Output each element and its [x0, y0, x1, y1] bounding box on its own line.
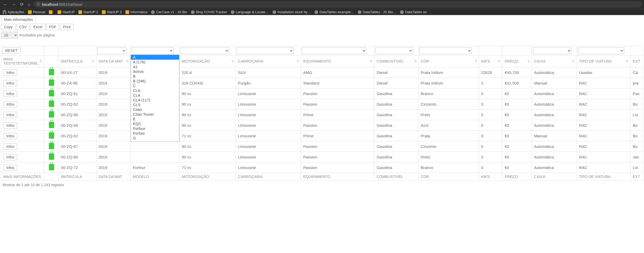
bookmark-item[interactable]: Informática: [125, 10, 147, 14]
col-data[interactable]: DATA DA MAT: [96, 55, 130, 67]
cell: Limousine: [236, 131, 301, 141]
dropdown-option[interactable]: Citan Tourer: [131, 112, 179, 117]
col-matricula[interactable]: MATRICULA: [59, 55, 96, 67]
dropdown-option[interactable]: CLA: [131, 88, 179, 93]
panel-tab[interactable]: Mais informações: [1, 16, 36, 23]
col-mais[interactable]: MAIS TESTETETNFORMAÇÕES: [1, 55, 44, 67]
col-comb[interactable]: COMBUSTIVEL: [374, 55, 419, 67]
dropdown-option[interactable]: GLA: [131, 140, 179, 142]
bookmark-item[interactable]: DataTables - JS Bin…: [358, 10, 396, 14]
infos-button[interactable]: Infos: [3, 69, 17, 76]
bookmark-item[interactable]: [49, 10, 54, 14]
page-length-label: resultados por página: [19, 33, 55, 37]
filter-modelo[interactable]: [132, 47, 174, 54]
dropdown-option[interactable]: EQC: [131, 121, 179, 126]
col-caixa[interactable]: CAIXA: [532, 55, 577, 67]
folder-icon: [58, 10, 61, 14]
nav-forward-icon[interactable]: →: [11, 2, 17, 7]
col-cor[interactable]: COR: [419, 55, 479, 67]
folder-icon: [78, 10, 82, 14]
site-info-icon[interactable]: ⓘ: [37, 2, 40, 7]
copy-button[interactable]: Copy: [1, 24, 16, 30]
bookmark-item[interactable]: Bing COVID Tracker: [191, 10, 227, 14]
infos-button[interactable]: Infos: [3, 112, 17, 118]
bookmark-item[interactable]: Installation stuck by…: [272, 10, 311, 14]
bookmark-item[interactable]: DataTables ex: [400, 10, 427, 14]
lock-icon: [49, 101, 54, 107]
filter-modelo-dropdown[interactable]: AA (176)A1ActrosBB (246)CCLACLACLA (117)…: [131, 55, 179, 142]
csv-button[interactable]: CSV: [16, 24, 30, 30]
col-motor[interactable]: MOTORIZAÇÃO: [180, 55, 236, 67]
bookmark-item[interactable]: Aplicações: [3, 10, 24, 14]
pdf-button[interactable]: PDF: [46, 24, 59, 30]
browser-toolbar: ← → ⟳ ⌂ ⓘ localhost:8081/carbase/: [0, 0, 644, 9]
dropdown-option[interactable]: Fortwo: [131, 131, 179, 136]
infos-button[interactable]: Infos: [3, 133, 17, 139]
bookmark-item[interactable]: DataTables example…: [314, 10, 354, 14]
cell: Cinzento: [419, 141, 479, 152]
dropdown-option[interactable]: Actros: [131, 69, 179, 74]
filter-equipamento[interactable]: [302, 47, 366, 54]
infos-button[interactable]: Infos: [3, 165, 17, 171]
dropdown-option[interactable]: E: [131, 117, 179, 121]
col-carrocaria[interactable]: CARROÇARIA: [236, 55, 301, 67]
filter-tipo[interactable]: [578, 47, 624, 54]
foot-tipo: TIPO DE VIATURA: [577, 173, 631, 181]
infos-button[interactable]: Infos: [3, 154, 17, 160]
col-km[interactable]: KM'S: [479, 55, 502, 67]
data-table: RESET AA (176)A1ActrosBB (246)CCLACLACLA…: [1, 46, 643, 181]
filter-carrocaria[interactable]: [237, 47, 293, 54]
bookmark-label: DataTables - JS Bin…: [363, 10, 396, 14]
cell: Jan: [631, 152, 643, 162]
cell: €0: [502, 88, 532, 99]
dropdown-option[interactable]: CLS: [131, 102, 179, 107]
dropdown-option[interactable]: B (246): [131, 79, 179, 83]
nav-back-icon[interactable]: ←: [2, 2, 8, 7]
col-tipo[interactable]: TIPO DE VIATURA: [577, 55, 631, 67]
dropdown-option[interactable]: C: [131, 83, 179, 88]
filter-motor[interactable]: [181, 47, 229, 54]
nav-home-icon[interactable]: ⌂: [27, 2, 31, 7]
dropdown-option[interactable]: A (176): [131, 60, 179, 64]
dropdown-option[interactable]: Forfour: [131, 126, 179, 131]
page-length-select[interactable]: 10: [1, 32, 18, 39]
infos-button[interactable]: Infos: [3, 143, 17, 150]
dropdown-option[interactable]: Citan: [131, 107, 179, 112]
cell: 90 cv: [180, 99, 236, 110]
bookmark-item[interactable]: Language & Locale…: [231, 10, 269, 14]
print-button[interactable]: Print: [60, 24, 73, 30]
dropdown-option[interactable]: B: [131, 74, 179, 79]
filter-caixa[interactable]: [533, 47, 571, 54]
cell: €0: [502, 152, 532, 162]
col-equip[interactable]: EQUIPAMENTO: [301, 55, 374, 67]
bookmark-item[interactable]: StartUP 3: [102, 10, 122, 14]
dropdown-option[interactable]: A: [131, 55, 179, 60]
bookmark-item[interactable]: Pessoal: [28, 10, 45, 14]
nav-reload-icon[interactable]: ⟳: [19, 1, 25, 7]
col-preco[interactable]: PREÇO: [502, 55, 532, 67]
filter-combustivel[interactable]: [375, 47, 413, 54]
reset-button[interactable]: RESET: [2, 48, 21, 54]
infos-button[interactable]: Infos: [3, 80, 17, 86]
infos-button[interactable]: Infos: [3, 91, 17, 97]
filter-cor[interactable]: [420, 47, 472, 54]
col-ext[interactable]: EXT: [631, 55, 643, 67]
bookmark-item[interactable]: CarCase v1 - JS Bin: [151, 10, 187, 14]
cell: Usadas: [577, 67, 631, 78]
bookmark-item[interactable]: StartUP 2: [78, 10, 98, 14]
dropdown-option[interactable]: A1: [131, 64, 179, 69]
excel-button[interactable]: Excel: [30, 24, 45, 30]
bookmark-item[interactable]: StartUP: [58, 10, 75, 14]
dropdown-option[interactable]: CLA (117): [131, 98, 179, 102]
cell: Limousine: [236, 88, 301, 99]
address-bar[interactable]: ⓘ localhost:8081/carbase/: [34, 1, 642, 8]
cell: RAC: [577, 110, 631, 120]
cell: €41,500: [502, 78, 532, 88]
cell: 90 cv: [180, 152, 236, 162]
dropdown-option[interactable]: CLA: [131, 93, 179, 98]
filter-data[interactable]: [97, 47, 126, 54]
infos-button[interactable]: Infos: [3, 101, 17, 107]
infos-button[interactable]: Infos: [3, 122, 17, 129]
dropdown-option[interactable]: G: [131, 136, 179, 140]
cell: Limousine: [236, 152, 301, 162]
